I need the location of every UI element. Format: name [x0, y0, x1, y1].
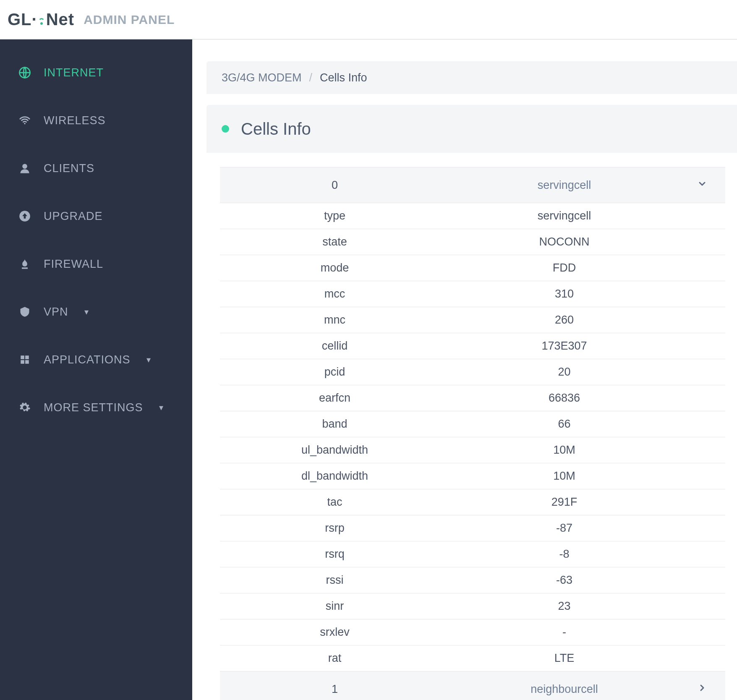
brand-part-a: GL — [8, 10, 32, 29]
breadcrumb-separator: / — [309, 71, 313, 84]
brand-logo: GL · Net — [8, 10, 74, 29]
table-row: pcid20 — [220, 359, 725, 385]
breadcrumb-parent[interactable]: 3G/4G MODEM — [222, 71, 302, 84]
cell-key: srxlev — [220, 626, 450, 639]
sidebar-item-label: FIREWALL — [44, 258, 103, 271]
shield-icon — [18, 305, 32, 319]
sidebar-item-vpn[interactable]: VPN ▾ — [0, 288, 192, 336]
svg-rect-7 — [25, 360, 29, 364]
table-row: typeservingcell — [220, 203, 725, 229]
cell-value: -63 — [450, 574, 679, 587]
sidebar-item-firewall[interactable]: FIREWALL — [0, 240, 192, 288]
table-row: modeFDD — [220, 255, 725, 281]
sidebar-item-internet[interactable]: INTERNET — [0, 49, 192, 97]
sidebar-item-upgrade[interactable]: UPGRADE — [0, 192, 192, 240]
sidebar-item-wireless[interactable]: WIRELESS — [0, 97, 192, 144]
breadcrumb-current: Cells Info — [320, 71, 367, 84]
table-row: dl_bandwidth10M — [220, 463, 725, 489]
cell-value: 20 — [450, 366, 679, 379]
cells-table: 0 servingcell typeservingcell stateNOCON… — [206, 153, 737, 700]
brand-dot: · — [32, 10, 37, 29]
cell-value: 66836 — [450, 392, 679, 405]
apps-icon — [18, 353, 32, 367]
wifi-icon — [37, 14, 46, 26]
cell-value: 10M — [450, 444, 679, 457]
globe-icon — [18, 65, 32, 80]
sidebar-item-applications[interactable]: APPLICATIONS ▾ — [0, 336, 192, 384]
cell-value: 66 — [450, 418, 679, 431]
chevron-right-icon[interactable] — [679, 683, 725, 696]
cell-key: cellid — [220, 340, 450, 353]
cell-key: dl_bandwidth — [220, 470, 450, 483]
cell-value: NOCONN — [450, 235, 679, 248]
sidebar-item-label: UPGRADE — [44, 210, 103, 223]
cell-value: LTE — [450, 652, 679, 665]
app-header: GL · Net ADMIN PANEL — [0, 0, 737, 39]
table-row: rsrp-87 — [220, 515, 725, 541]
cell-key: rssi — [220, 574, 450, 587]
sidebar: INTERNET WIRELESS CLIENTS UPGRADE FIREWA… — [0, 39, 192, 700]
admin-panel-label: ADMIN PANEL — [84, 13, 175, 27]
table-row: stateNOCONN — [220, 229, 725, 255]
table-row: cellid173E307 — [220, 333, 725, 359]
svg-point-1 — [24, 123, 26, 125]
upload-icon — [18, 209, 32, 223]
breadcrumb: 3G/4G MODEM / Cells Info — [206, 61, 737, 94]
section-index: 0 — [220, 179, 450, 192]
svg-rect-4 — [21, 355, 24, 359]
chevron-down-icon[interactable] — [679, 179, 725, 192]
table-row: band66 — [220, 411, 725, 437]
cell-value: 173E307 — [450, 340, 679, 353]
table-row: ul_bandwidth10M — [220, 437, 725, 463]
cell-key: rsrq — [220, 548, 450, 561]
table-row: rssi-63 — [220, 567, 725, 593]
sidebar-item-label: CLIENTS — [44, 162, 94, 175]
sidebar-item-label: VPN — [44, 306, 68, 319]
cell-value: -87 — [450, 522, 679, 535]
table-row: tac291F — [220, 489, 725, 515]
section-name: servingcell — [450, 179, 679, 192]
section-row-servingcell[interactable]: 0 servingcell — [220, 167, 725, 203]
cell-key: rsrp — [220, 522, 450, 535]
cell-value: FDD — [450, 261, 679, 274]
table-row: rsrq-8 — [220, 541, 725, 567]
cell-key: rat — [220, 652, 450, 665]
sidebar-item-label: MORE SETTINGS — [44, 401, 143, 414]
caret-down-icon: ▾ — [159, 402, 164, 413]
cell-value: -8 — [450, 548, 679, 561]
cell-key: pcid — [220, 366, 450, 379]
cell-value: servingcell — [450, 209, 679, 222]
brand-text: GL · Net — [8, 10, 74, 29]
main-content: 3G/4G MODEM / Cells Info Cells Info 0 se… — [192, 39, 737, 700]
cell-key: sinr — [220, 600, 450, 613]
section-index: 1 — [220, 683, 450, 696]
table-row: mnc260 — [220, 307, 725, 333]
sidebar-item-clients[interactable]: CLIENTS — [0, 144, 192, 192]
section-row-neighbourcell[interactable]: 1 neighbourcell — [220, 671, 725, 700]
table-row: mcc310 — [220, 281, 725, 307]
cell-key: earfcn — [220, 392, 450, 405]
sidebar-item-label: WIRELESS — [44, 114, 106, 127]
cell-value: 310 — [450, 287, 679, 300]
user-icon — [18, 161, 32, 175]
table-row: ratLTE — [220, 645, 725, 671]
svg-rect-5 — [25, 355, 29, 359]
cells-info-card: Cells Info 0 servingcell typeservingcell… — [206, 105, 737, 700]
sidebar-item-more-settings[interactable]: MORE SETTINGS ▾ — [0, 384, 192, 431]
cell-key: state — [220, 235, 450, 248]
cell-value: 10M — [450, 470, 679, 483]
cell-value: - — [450, 626, 679, 639]
cell-key: ul_bandwidth — [220, 444, 450, 457]
sidebar-item-label: APPLICATIONS — [44, 353, 131, 366]
cell-value: 260 — [450, 313, 679, 326]
svg-point-2 — [22, 164, 27, 169]
caret-down-icon: ▾ — [84, 307, 89, 317]
brand-part-b: Net — [46, 10, 74, 29]
cell-key: mcc — [220, 287, 450, 300]
cell-key: mode — [220, 261, 450, 274]
gear-icon — [18, 400, 32, 415]
cell-key: band — [220, 418, 450, 431]
table-row: srxlev- — [220, 619, 725, 645]
sidebar-item-label: INTERNET — [44, 66, 104, 79]
table-row: sinr23 — [220, 593, 725, 619]
